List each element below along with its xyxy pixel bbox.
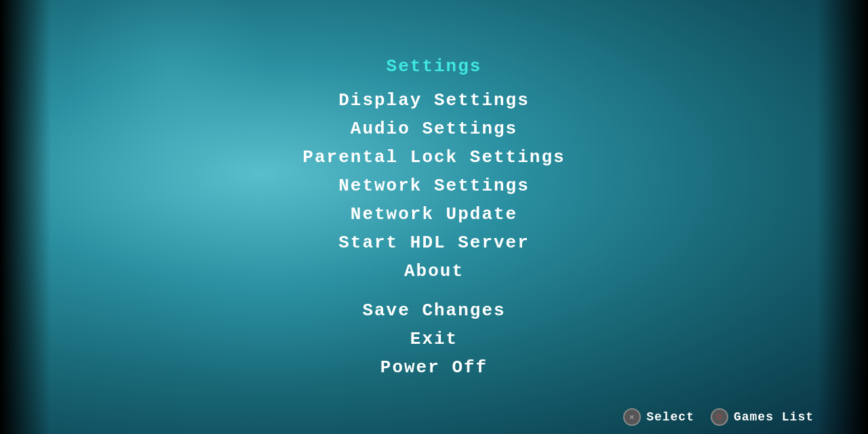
menu-item-exit[interactable]: Exit <box>410 325 458 353</box>
main-menu: Settings Display Settings Audio Settings… <box>302 52 565 382</box>
bg-highlight-1 <box>68 0 271 170</box>
circle-button-icon: ○ <box>711 408 728 426</box>
select-label: Select <box>646 410 694 424</box>
bottom-controls: ✕ Select ○ Games List <box>623 408 814 426</box>
menu-item-save-changes[interactable]: Save Changes <box>362 296 505 325</box>
screen: Settings Display Settings Audio Settings… <box>0 0 868 434</box>
menu-item-display-settings[interactable]: Display Settings <box>338 86 530 115</box>
menu-item-about[interactable]: About <box>404 257 464 285</box>
menu-item-start-hdl-server[interactable]: Start HDL Server <box>338 229 530 257</box>
games-list-hint: ○ Games List <box>711 408 814 426</box>
menu-item-network-update[interactable]: Network Update <box>351 200 517 229</box>
menu-item-network-settings[interactable]: Network Settings <box>338 172 530 200</box>
select-hint: ✕ Select <box>623 408 694 426</box>
menu-item-parental-lock[interactable]: Parental Lock Settings <box>302 143 565 172</box>
games-list-label: Games List <box>734 410 814 424</box>
menu-title[interactable]: Settings <box>387 52 482 81</box>
cross-button-icon: ✕ <box>623 408 641 426</box>
menu-item-audio-settings[interactable]: Audio Settings <box>351 115 517 143</box>
menu-item-power-off[interactable]: Power Off <box>380 353 488 382</box>
